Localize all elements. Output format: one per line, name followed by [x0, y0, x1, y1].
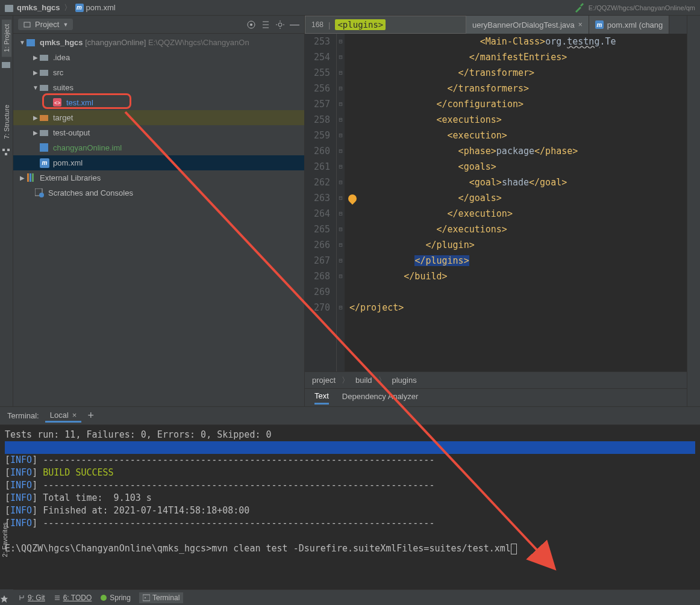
project-view-selector[interactable]: Project ▼: [18, 19, 73, 30]
folder-icon: [40, 53, 49, 63]
list-icon: [54, 594, 61, 601]
svg-rect-20: [32, 173, 34, 182]
structure-icon: [2, 147, 11, 157]
tree-node-src[interactable]: ▶ src: [13, 65, 304, 80]
project-view-label: Project: [35, 20, 59, 29]
collapse-icon[interactable]: [261, 20, 270, 29]
editor-area: 168 | <plugins> ueryBannerOrDialogTest.j…: [305, 16, 687, 406]
svg-rect-11: [40, 70, 48, 76]
folder-icon: [40, 113, 49, 123]
scratches-icon: [35, 188, 45, 198]
folder-icon: [40, 83, 49, 93]
chevron-down-icon: ▼: [18, 39, 27, 46]
breadcrumb-bar: qmks_hgcs 〉 m pom.xml E:/QQZW/hgcs/Chang…: [0, 0, 700, 16]
terminal-cursor: [511, 544, 517, 554]
hammer-icon[interactable]: [574, 3, 584, 13]
search-term: <plugins>: [335, 19, 386, 30]
svg-rect-5: [24, 22, 30, 27]
breadcrumb-file[interactable]: pom.xml: [86, 3, 116, 12]
statusbar-todo[interactable]: 6: TODO: [54, 594, 92, 602]
svg-rect-4: [5, 153, 7, 155]
tool-tab-project[interactable]: 1: Project: [2, 19, 11, 57]
folder-icon: [40, 128, 49, 138]
add-terminal-icon[interactable]: +: [87, 409, 94, 422]
tool-tab-favorites[interactable]: 2: Favorites: [0, 518, 10, 562]
editor-tabs-bar: 168 | <plugins> ueryBannerOrDialogTest.j…: [305, 16, 687, 34]
library-icon: [27, 173, 36, 183]
folder-icon: [2, 60, 11, 70]
chevron-right-icon: 〉: [342, 375, 349, 386]
statusbar-terminal[interactable]: Terminal: [139, 592, 183, 603]
module-icon: [27, 38, 36, 48]
breadcrumb-build[interactable]: build: [355, 376, 372, 385]
search-count: 168: [311, 20, 323, 29]
run-config-path[interactable]: E:/QQZW/hgcs/ChangyanOnline/qm: [589, 4, 695, 11]
tree-node-scratches[interactable]: Scratches and Consoles: [13, 185, 304, 200]
star-icon[interactable]: [0, 595, 8, 603]
folder-icon: [40, 68, 49, 78]
terminal-output[interactable]: Tests run: 11, Failures: 0, Errors: 0, S…: [0, 425, 700, 589]
terminal-tab-local[interactable]: Local ×: [45, 409, 82, 423]
line-number-gutter: 253254255 256257258 259260261 262263264 …: [305, 34, 336, 371]
btab-dependency[interactable]: Dependency Analyzer: [342, 392, 418, 403]
terminal-title: Terminal:: [7, 411, 39, 420]
fold-gutter[interactable]: ⊟⊟⊟⊟ ⊟⊟⊟⊟ ⊟⊟⊟⊟ ⊟⊟⊟⊟ ⊟: [336, 34, 345, 371]
chevron-down-icon: ▼: [63, 22, 68, 28]
statusbar-git[interactable]: 9: Git: [18, 594, 45, 602]
chevron-right-icon: ▶: [31, 129, 40, 136]
close-icon[interactable]: ×: [72, 411, 77, 420]
statusbar-spring[interactable]: Spring: [100, 594, 131, 602]
search-result-pill[interactable]: 168 | <plugins>: [305, 16, 466, 34]
tree-node-pom[interactable]: m pom.xml: [13, 155, 304, 170]
svg-point-23: [101, 595, 107, 601]
close-icon[interactable]: ×: [578, 20, 583, 29]
tree-root[interactable]: ▼ qmks_hgcs [changyanOnline] E:\QQZW\hgc…: [13, 35, 304, 50]
terminal-icon: [143, 594, 150, 601]
tree-node-testoutput[interactable]: ▶ test-output: [13, 125, 304, 140]
project-tree[interactable]: ▼ qmks_hgcs [changyanOnline] E:\QQZW\hgc…: [13, 34, 304, 406]
editor-tab-pom[interactable]: m pom.xml (chang: [589, 16, 669, 34]
target-icon[interactable]: [246, 20, 256, 29]
gear-icon[interactable]: [275, 20, 285, 29]
tree-node-ext-libs[interactable]: ▶ External Libraries: [13, 170, 304, 185]
svg-rect-10: [40, 55, 48, 61]
terminal-panel: Terminal: Local × + Tests run: 11, Failu…: [0, 406, 700, 589]
svg-text:<>: <>: [54, 100, 61, 106]
minimize-icon[interactable]: —: [290, 19, 299, 30]
svg-rect-16: [40, 130, 48, 136]
spring-icon: [100, 594, 107, 601]
chevron-down-icon: ▼: [31, 84, 40, 91]
git-branch-icon: [18, 594, 25, 601]
breadcrumb-plugins[interactable]: plugins: [392, 376, 417, 385]
svg-rect-12: [40, 85, 48, 91]
maven-icon: m: [40, 158, 49, 168]
chevron-right-icon: ▶: [18, 175, 27, 181]
maven-icon: m: [595, 20, 604, 29]
editor-breadcrumb[interactable]: project 〉 build 〉 plugins: [305, 371, 687, 388]
tree-node-target[interactable]: ▶ target: [13, 110, 304, 125]
code-editor[interactable]: 253254255 256257258 259260261 262263264 …: [305, 34, 687, 371]
chevron-right-icon: 〉: [378, 375, 386, 386]
chevron-right-icon: ▶: [31, 114, 40, 121]
folder-icon: [5, 4, 13, 12]
btab-text[interactable]: Text: [314, 391, 329, 405]
svg-point-8: [278, 23, 282, 26]
tree-node-suites[interactable]: ▼ suites: [13, 80, 304, 95]
breadcrumb-project[interactable]: project: [312, 376, 336, 385]
tree-node-iml[interactable]: changyanOnline.iml: [13, 140, 304, 155]
svg-point-22: [39, 193, 44, 197]
maven-icon: m: [75, 4, 84, 12]
chevron-right-icon: ▶: [31, 69, 40, 76]
tool-tab-structure[interactable]: 7: Structure: [2, 100, 11, 144]
svg-rect-17: [40, 143, 48, 152]
project-tool-window: Project ▼ — ▼ qmks_hgcs [changyanOnline]…: [13, 16, 305, 406]
editor-tab-java[interactable]: ueryBannerOrDialogTest.java ×: [466, 16, 589, 34]
tree-node-testxml[interactable]: <> test.xml: [13, 95, 304, 110]
tree-node-idea[interactable]: ▶ .idea: [13, 50, 304, 65]
svg-rect-15: [40, 115, 48, 121]
code-content[interactable]: <Main-Class>org.testng.Te </manifestEntr…: [345, 34, 687, 371]
right-tool-gutter: [687, 16, 700, 406]
breadcrumb-project[interactable]: qmks_hgcs: [17, 3, 60, 12]
xml-file-icon: <>: [53, 98, 63, 108]
svg-rect-2: [2, 149, 5, 151]
